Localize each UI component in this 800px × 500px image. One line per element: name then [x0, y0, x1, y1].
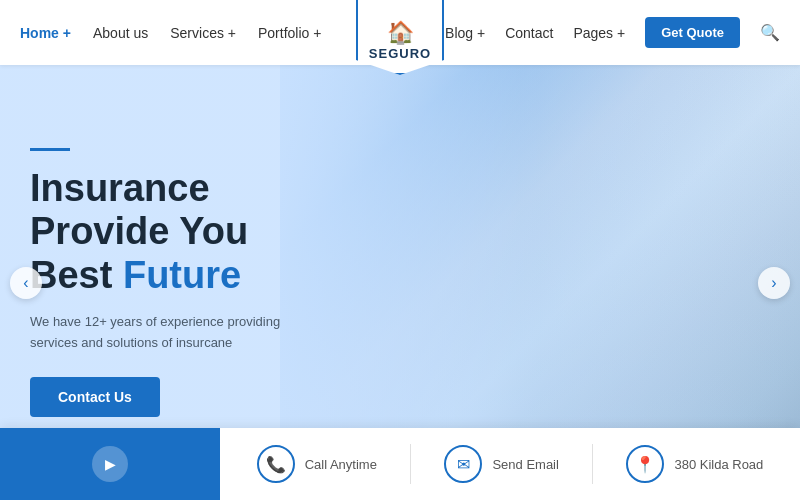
nav-item-pages[interactable]: Pages +	[573, 25, 625, 41]
hero-subtitle: We have 12+ years of experience providin…	[30, 312, 330, 354]
info-address: 📍 380 Kilda Road	[626, 445, 763, 483]
hero-title-highlight: Future	[123, 254, 241, 296]
hero-title-line2: Provide You	[30, 210, 248, 252]
info-items: 📞 Call Anytime ✉ Send Email 📍 380 Kilda …	[220, 444, 800, 484]
email-icon: ✉	[444, 445, 482, 483]
navbar: Home + About us Services + Portfolio + 🏠…	[0, 0, 800, 65]
hero-title: Insurance Provide You Best Future	[30, 167, 340, 298]
phone-icon: 📞	[257, 445, 295, 483]
nav-right: Blog + Contact Pages + Get Quote 🔍	[445, 17, 780, 48]
nav-item-about[interactable]: About us	[93, 25, 148, 41]
address-label: 380 Kilda Road	[674, 457, 763, 472]
hero-title-line1: Insurance	[30, 167, 210, 209]
next-arrow-button[interactable]: ›	[758, 267, 790, 299]
logo-house-icon: 🏠	[387, 20, 414, 46]
site-logo[interactable]: 🏠 SEGURO	[356, 0, 444, 75]
info-email: ✉ Send Email	[444, 445, 558, 483]
nav-item-portfolio[interactable]: Portfolio +	[258, 25, 321, 41]
video-play-area: ▶	[0, 428, 220, 500]
email-label: Send Email	[492, 457, 558, 472]
play-button[interactable]: ▶	[92, 446, 128, 482]
call-label: Call Anytime	[305, 457, 377, 472]
info-divider-1	[410, 444, 411, 484]
prev-arrow-button[interactable]: ‹	[10, 267, 42, 299]
search-icon[interactable]: 🔍	[760, 23, 780, 42]
nav-item-contact[interactable]: Contact	[505, 25, 553, 41]
nav-item-home[interactable]: Home +	[20, 25, 71, 41]
location-icon: 📍	[626, 445, 664, 483]
info-call: 📞 Call Anytime	[257, 445, 377, 483]
bottom-info-bar: ▶ 📞 Call Anytime ✉ Send Email 📍 380 Kild…	[0, 428, 800, 500]
info-divider-2	[592, 444, 593, 484]
hero-title-line3-plain: Best	[30, 254, 123, 296]
get-quote-button[interactable]: Get Quote	[645, 17, 740, 48]
hero-section: Insurance Provide You Best Future We hav…	[0, 65, 800, 500]
nav-item-blog[interactable]: Blog +	[445, 25, 485, 41]
contact-us-button[interactable]: Contact Us	[30, 377, 160, 417]
nav-left: Home + About us Services + Portfolio +	[20, 25, 321, 41]
hero-accent-line	[30, 148, 70, 151]
logo-text: SEGURO	[369, 46, 431, 61]
nav-item-services[interactable]: Services +	[170, 25, 236, 41]
